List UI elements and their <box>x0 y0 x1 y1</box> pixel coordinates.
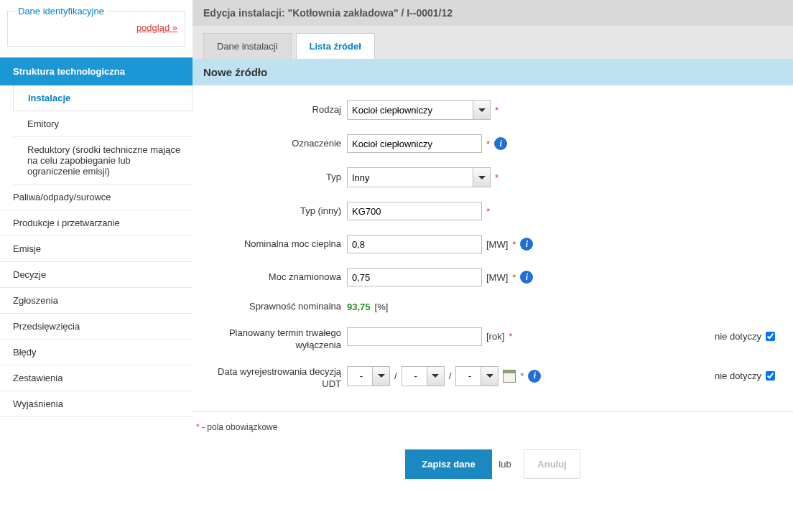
label-oznaczenie: Oznaczenie <box>210 138 347 150</box>
input-typ-inny[interactable] <box>347 202 482 220</box>
input-znamionowa[interactable] <box>347 268 482 286</box>
actions: Zapisz dane lub Anuluj <box>193 442 793 500</box>
form: Rodzaj Kocioł ciepłowniczy * Oznaczenie … <box>193 85 793 411</box>
select-typ[interactable]: Inny <box>347 167 491 187</box>
main: Edycja instalacji: "Kotłownia zakładowa"… <box>193 0 793 500</box>
label-nominalna: Nominalna moc cieplna <box>210 238 347 251</box>
section-title: Nowe źródło <box>193 59 793 85</box>
label-typ: Typ <box>210 172 347 184</box>
input-oznaczenie[interactable] <box>347 134 482 153</box>
save-button[interactable]: Zapisz dane <box>405 449 491 479</box>
ident-box: Dane identyfikacyjne podgląd » <box>7 11 185 47</box>
info-icon[interactable]: i <box>494 137 507 150</box>
required-mark: * <box>486 206 490 217</box>
info-icon[interactable]: i <box>520 238 533 251</box>
required-mark: * <box>495 105 498 116</box>
label-sprawnosc: Sprawność nominalna <box>210 301 347 313</box>
sidebar-item[interactable]: Wyjaśnienia <box>0 391 193 417</box>
select-day[interactable]: - <box>347 366 390 386</box>
sidebar-item-instalacje[interactable]: Instalacje <box>13 85 193 111</box>
footnote: * - pola obowiązkowe <box>193 411 793 442</box>
sidebar: Dane identyfikacyjne podgląd » Struktura… <box>0 0 193 500</box>
page-title: Edycja instalacji: "Kotłownia zakładowa"… <box>193 0 793 26</box>
unit-mw: [MW] <box>486 272 508 283</box>
label-typ-inny: Typ (inny) <box>210 205 347 218</box>
label-data-udt: Data wyrejestrowania decyzją UDT <box>210 366 347 391</box>
info-icon[interactable]: i <box>528 370 541 383</box>
label-rodzaj: Rodzaj <box>210 104 347 116</box>
tab-dane[interactable]: Dane instalacji <box>203 33 292 59</box>
select-year[interactable]: - <box>455 366 498 386</box>
label-nie-dotyczy: nie dotyczy <box>715 370 761 381</box>
unit-mw: [MW] <box>486 239 508 250</box>
preview-link[interactable]: podgląd » <box>15 22 177 33</box>
checkbox-nie-dotyczy[interactable] <box>766 332 775 341</box>
input-nominalna[interactable] <box>347 235 482 253</box>
sidebar-item[interactable]: Paliwa/odpady/surowce <box>0 185 193 210</box>
sidebar-item[interactable]: Przedsięwzięcia <box>0 314 193 340</box>
sidebar-item[interactable]: Produkcje i przetwarzanie <box>0 210 193 236</box>
select-rodzaj[interactable]: Kocioł ciepłowniczy <box>347 100 491 120</box>
slash: / <box>394 370 397 381</box>
sidebar-item[interactable]: Emisje <box>0 236 193 262</box>
label-znamionowa: Moc znamionowa <box>210 271 347 284</box>
required-mark: * <box>512 272 516 283</box>
sidebar-item[interactable]: Błędy <box>0 340 193 365</box>
ident-title[interactable]: Dane identyfikacyjne <box>15 6 107 17</box>
sidebar-item[interactable]: Decyzje <box>0 262 193 288</box>
required-mark: * <box>512 239 516 250</box>
sidebar-item-reduktory[interactable]: Reduktory (środki techniczne mające na c… <box>13 137 193 185</box>
sidebar-item[interactable]: Zgłoszenia <box>0 288 193 314</box>
tabs: Dane instalacji Lista źródeł <box>193 26 793 59</box>
unit-rok: [rok] <box>486 331 504 342</box>
nav-sub: Instalacje Emitory Reduktory (środki tec… <box>0 85 193 185</box>
checkbox-nie-dotyczy[interactable] <box>766 371 775 381</box>
info-icon[interactable]: i <box>520 271 533 284</box>
slash: / <box>449 370 452 381</box>
tab-lista[interactable]: Lista źródeł <box>296 33 375 59</box>
sidebar-item-emitory[interactable]: Emitory <box>13 111 193 137</box>
label-nie-dotyczy: nie dotyczy <box>715 331 761 342</box>
sidebar-item[interactable]: Zestawienia <box>0 365 193 391</box>
cancel-button[interactable]: Anuluj <box>524 449 580 479</box>
label-planowany: Planowany termin trwałego wyłączenia <box>210 327 347 352</box>
required-mark: * <box>495 172 498 183</box>
value-sprawnosc: 93,75 <box>347 302 371 312</box>
unit-pct: [%] <box>375 302 389 312</box>
calendar-icon[interactable] <box>503 370 516 383</box>
nav-active-item[interactable]: Struktura technologiczna <box>0 57 193 85</box>
select-month[interactable]: - <box>402 366 445 386</box>
required-mark: * <box>509 331 512 342</box>
required-mark: * <box>520 370 524 381</box>
or-label: lub <box>498 459 511 470</box>
input-planowany[interactable] <box>347 327 482 346</box>
required-mark: * <box>486 139 490 149</box>
